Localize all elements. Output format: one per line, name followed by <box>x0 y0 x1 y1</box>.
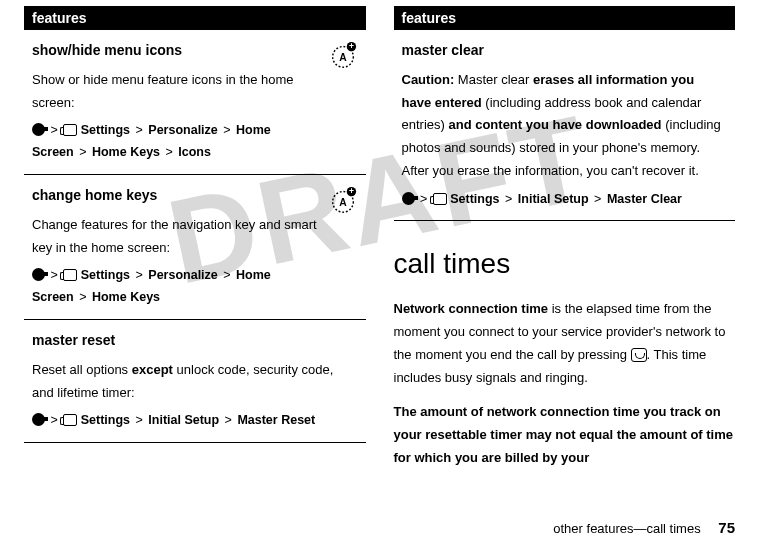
path-seg: Home Keys <box>92 145 160 159</box>
footer-text: other features—call times <box>553 521 700 536</box>
row-body: Show or hide menu feature icons in the h… <box>32 69 358 115</box>
path-seg: Settings <box>81 413 130 427</box>
svg-text:+: + <box>348 41 353 51</box>
body-text-flow: call times Network connection time is th… <box>394 239 736 469</box>
path-seg: Initial Setup <box>148 413 219 427</box>
table-row: master reset Reset all options except un… <box>24 320 366 443</box>
svg-text:+: + <box>348 186 353 196</box>
center-key-icon <box>32 268 45 281</box>
path-seg: Settings <box>450 192 499 206</box>
path-seg: Personalize <box>148 123 217 137</box>
row-body: Change features for the navigation key a… <box>32 214 358 260</box>
center-key-icon <box>32 123 45 136</box>
row-title: master clear <box>402 42 485 58</box>
end-key-icon <box>631 348 647 362</box>
row-body: Caution: Master clear erases all informa… <box>402 69 728 183</box>
table-row: master clear Caution: Master clear erase… <box>394 30 736 221</box>
path-seg: Master Reset <box>237 413 315 427</box>
paragraph: The amount of network connection time yo… <box>394 401 736 469</box>
right-column: features master clear Caution: Master cl… <box>394 6 736 482</box>
center-key-icon <box>402 192 415 205</box>
path-seg: Initial Setup <box>518 192 589 206</box>
path-seg: Settings <box>81 123 130 137</box>
settings-icon <box>63 269 77 281</box>
row-body: Reset all options except unlock code, se… <box>32 359 358 405</box>
path-seg: Settings <box>81 268 130 282</box>
path-seg: Master Clear <box>607 192 682 206</box>
text: Reset all options <box>32 362 132 377</box>
row-title: change home keys <box>32 187 157 203</box>
page-columns: features A+ show/hide menu icons Show or… <box>0 0 759 482</box>
text: Master clear <box>454 72 533 87</box>
text-bold: except <box>132 362 173 377</box>
left-column: features A+ show/hide menu icons Show or… <box>24 6 366 482</box>
row-title: show/hide menu icons <box>32 42 182 58</box>
path-seg: Icons <box>178 145 211 159</box>
left-features-table: features A+ show/hide menu icons Show or… <box>24 6 366 443</box>
right-features-table: features master clear Caution: Master cl… <box>394 6 736 221</box>
feature-badge-icon: A+ <box>328 185 358 223</box>
right-table-header: features <box>394 6 736 30</box>
feature-badge-icon: A+ <box>328 40 358 78</box>
row-title: master reset <box>32 332 115 348</box>
settings-icon <box>433 193 447 205</box>
menu-path: > Settings > Initial Setup > Master Rese… <box>32 410 358 432</box>
caution-label: Caution: <box>402 72 455 87</box>
text-bold: Network connection time <box>394 301 549 316</box>
table-row: A+ show/hide menu icons Show or hide men… <box>24 30 366 175</box>
svg-text:A: A <box>339 197 347 208</box>
paragraph: Network connection time is the elapsed t… <box>394 298 736 389</box>
table-row: A+ change home keys Change features for … <box>24 175 366 320</box>
path-seg: Home Keys <box>92 290 160 304</box>
menu-path: > Settings > Personalize > Home Screen >… <box>32 120 358 164</box>
page-number: 75 <box>718 519 735 536</box>
settings-icon <box>63 124 77 136</box>
center-key-icon <box>32 413 45 426</box>
menu-path: > Settings > Initial Setup > Master Clea… <box>402 189 728 211</box>
left-table-header: features <box>24 6 366 30</box>
page-footer: other features—call times 75 <box>553 519 735 536</box>
path-seg: Personalize <box>148 268 217 282</box>
settings-icon <box>63 414 77 426</box>
svg-text:A: A <box>339 52 347 63</box>
section-heading: call times <box>394 239 736 288</box>
text-bold: The amount of network connection time yo… <box>394 404 734 465</box>
text-bold: and content you have downloaded <box>448 117 661 132</box>
menu-path: > Settings > Personalize > Home Screen >… <box>32 265 358 309</box>
